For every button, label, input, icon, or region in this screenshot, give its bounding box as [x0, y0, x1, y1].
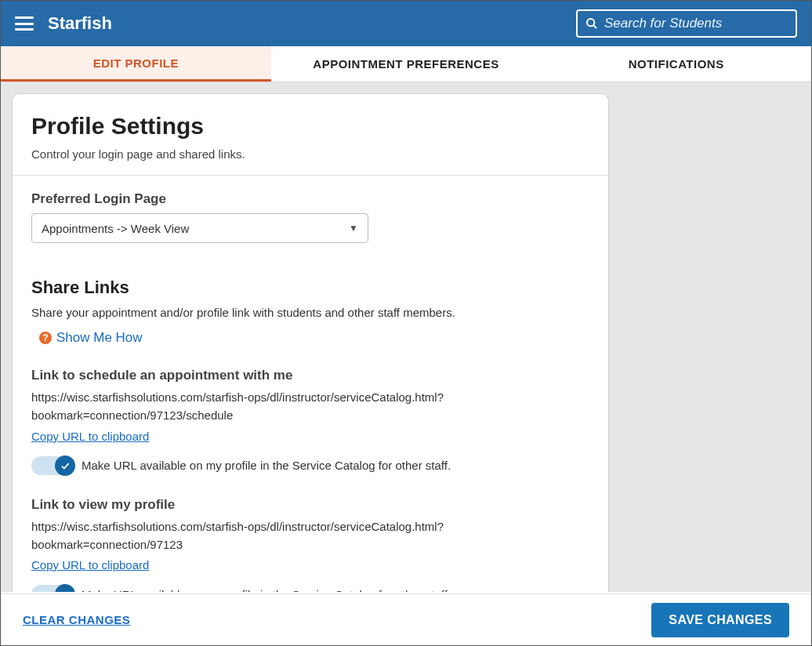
search-input[interactable]: [604, 16, 788, 31]
top-bar: Starfish: [1, 1, 811, 46]
profile-visibility-toggle[interactable]: [31, 585, 74, 592]
check-icon: [55, 455, 75, 476]
page-title: Profile Settings: [31, 113, 589, 140]
preferred-login-select[interactable]: Appointments -> Week View ▼: [31, 213, 368, 243]
share-links-title: Share Links: [31, 278, 589, 298]
svg-line-1: [593, 25, 596, 28]
profile-link-label: Link to view my profile: [31, 497, 589, 513]
copy-profile-url-link[interactable]: Copy URL to clipboard: [31, 558, 149, 572]
menu-icon[interactable]: [15, 16, 34, 31]
help-row: ? Show Me How: [39, 330, 589, 346]
topbar-left: Starfish: [15, 13, 112, 34]
tab-notifications[interactable]: NOTIFICATIONS: [541, 46, 811, 82]
profile-toggle-row: Make URL available on my profile in the …: [31, 585, 589, 592]
chevron-down-icon: ▼: [349, 223, 358, 234]
schedule-link-label: Link to schedule an appointment with me: [31, 368, 589, 383]
schedule-link-url: https://wisc.starfishsolutions.com/starf…: [31, 388, 588, 425]
save-changes-button[interactable]: SAVE CHANGES: [651, 603, 789, 637]
schedule-visibility-toggle[interactable]: [31, 456, 74, 475]
profile-settings-card: Profile Settings Control your login page…: [12, 93, 609, 592]
clear-changes-button[interactable]: CLEAR CHANGES: [23, 613, 130, 626]
search-icon: [585, 17, 598, 30]
check-icon: [55, 584, 75, 592]
content-area: Profile Settings Control your login page…: [1, 82, 811, 592]
profile-link-url: https://wisc.starfishsolutions.com/starf…: [31, 517, 588, 554]
preferred-login-value: Appointments -> Week View: [42, 222, 189, 235]
schedule-toggle-label: Make URL available on my profile in the …: [82, 459, 451, 472]
show-me-how-link[interactable]: Show Me How: [56, 330, 143, 346]
svg-point-0: [587, 19, 594, 26]
share-links-desc: Share your appointment and/or profile li…: [31, 306, 589, 319]
help-icon: ?: [39, 332, 52, 344]
page-subtitle: Control your login page and shared links…: [31, 147, 589, 161]
tab-edit-profile[interactable]: EDIT PROFILE: [1, 46, 271, 82]
divider: [13, 175, 608, 176]
app-title: Starfish: [48, 13, 112, 34]
tabs-bar: EDIT PROFILE APPOINTMENT PREFERENCES NOT…: [1, 46, 811, 82]
tab-appointment-preferences[interactable]: APPOINTMENT PREFERENCES: [271, 46, 542, 82]
schedule-toggle-row: Make URL available on my profile in the …: [31, 456, 589, 475]
copy-schedule-url-link[interactable]: Copy URL to clipboard: [31, 430, 149, 443]
footer-bar: CLEAR CHANGES SAVE CHANGES: [1, 593, 811, 645]
profile-toggle-label: Make URL available on my profile in the …: [82, 588, 451, 593]
search-input-wrap[interactable]: [576, 9, 797, 38]
preferred-login-label: Preferred Login Page: [31, 191, 589, 207]
